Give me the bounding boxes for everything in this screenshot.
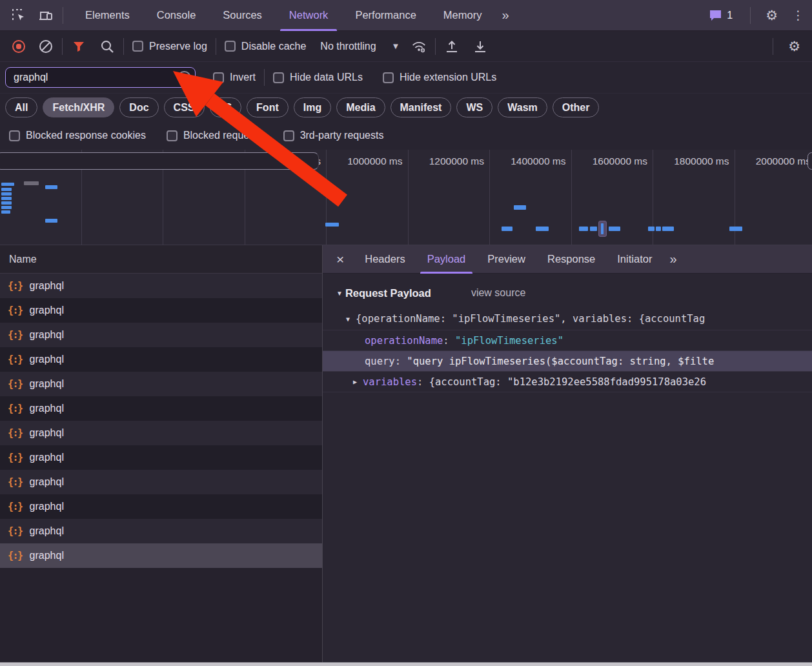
hide-data-urls-checkbox[interactable]: Hide data URLs <box>273 72 363 83</box>
settings-gear-icon[interactable]: ⚙ <box>759 8 784 22</box>
payload-preview-line[interactable]: ▼ {operationName: "ipFlowTimeseries", va… <box>323 308 812 330</box>
disable-cache-label: Disable cache <box>241 41 307 52</box>
detail-tab[interactable]: Headers <box>354 245 416 274</box>
request-row[interactable]: {:} graphql <box>0 519 322 543</box>
record-network-log-icon[interactable] <box>12 40 25 53</box>
fetch-xhr-icon: {:} <box>8 501 23 512</box>
checkbox-box[interactable] <box>213 72 224 83</box>
checkbox-box[interactable] <box>383 72 394 83</box>
request-row[interactable]: {:} graphql <box>0 494 322 519</box>
request-row[interactable]: {:} graphql <box>0 421 322 445</box>
request-row[interactable]: {:} graphql <box>0 347 322 372</box>
search-icon[interactable] <box>99 39 115 54</box>
request-row[interactable]: {:} graphql <box>0 323 322 347</box>
payload-row-variables[interactable]: ▶ variables: {accountTag: "b12e3b2192ee5… <box>323 371 812 392</box>
throttling-dropdown[interactable]: No throttling ▼ <box>320 41 400 52</box>
checkbox-box[interactable] <box>167 130 178 141</box>
panel-tab[interactable]: Sources <box>209 0 276 31</box>
close-panel-icon[interactable]: × <box>323 252 354 266</box>
network-conditions-icon[interactable] <box>411 39 427 54</box>
resource-type-pill[interactable]: All <box>5 97 37 117</box>
issues-count: 1 <box>727 10 733 21</box>
more-detail-tabs-icon[interactable]: » <box>663 252 682 267</box>
resource-type-pill[interactable]: Media <box>336 97 385 117</box>
request-name: graphql <box>30 354 64 365</box>
detail-tab[interactable]: Payload <box>416 245 477 274</box>
more-panels-icon[interactable]: » <box>495 8 514 23</box>
payload-row-operation-name[interactable]: operationName: "ipFlowTimeseries" <box>323 330 812 350</box>
request-row[interactable]: {:} graphql <box>0 274 322 298</box>
resource-type-pill[interactable]: Wasm <box>498 97 547 117</box>
detail-tab[interactable]: Response <box>536 245 606 274</box>
clear-network-log-icon[interactable] <box>38 39 54 54</box>
panel-tab[interactable]: Performance <box>341 0 429 31</box>
devtools-tabbar: ElementsConsoleSourcesNetworkPerformance… <box>0 0 812 31</box>
view-source-link[interactable]: view source <box>471 287 525 299</box>
checkbox-box[interactable] <box>225 41 236 52</box>
request-row[interactable]: {:} graphql <box>0 298 322 323</box>
waterfall-selected-marker <box>598 221 607 237</box>
import-har-icon[interactable] <box>444 39 460 54</box>
detail-tab[interactable]: Preview <box>476 245 536 274</box>
waterfall-bar <box>1 183 14 186</box>
detail-tab[interactable]: Initiator <box>606 245 663 274</box>
panel-tab[interactable]: Network <box>276 0 342 31</box>
panel-tab[interactable]: Console <box>143 0 210 31</box>
request-row[interactable]: {:} graphql <box>0 396 322 421</box>
resource-type-pill[interactable]: CSS <box>164 97 205 117</box>
resource-type-pill[interactable]: Doc <box>119 97 158 117</box>
window-bottom-edge <box>0 662 812 666</box>
overview-right-handle[interactable] <box>807 152 812 170</box>
filter-input[interactable] <box>5 67 196 88</box>
resource-type-pill[interactable]: WS <box>456 97 492 117</box>
checkbox-box[interactable] <box>9 130 20 141</box>
resource-type-pill[interactable]: Font <box>247 97 289 117</box>
waterfall-bar <box>1 192 12 196</box>
fetch-xhr-icon: {:} <box>8 329 23 341</box>
filter-funnel-icon[interactable] <box>71 39 86 54</box>
filter-checkbox[interactable]: Blocked response cookies <box>9 130 146 141</box>
expand-triangle-icon[interactable]: ▶ <box>353 378 357 385</box>
request-detail-panel: × HeadersPayloadPreviewResponseInitiator… <box>323 245 812 662</box>
export-har-icon[interactable] <box>472 39 488 54</box>
clear-filter-icon[interactable]: × <box>178 71 191 85</box>
waterfall-bar <box>502 227 513 231</box>
filter-checkbox[interactable]: 3rd-party requests <box>283 130 384 141</box>
disable-cache-checkbox[interactable]: Disable cache <box>225 41 307 52</box>
request-row[interactable]: {:} graphql <box>0 543 322 568</box>
panel-tab[interactable]: Elements <box>72 0 143 31</box>
request-name: graphql <box>30 550 64 561</box>
device-toolbar-icon[interactable] <box>37 7 54 24</box>
checkbox-box[interactable] <box>273 72 284 83</box>
issues-counter[interactable]: 1 <box>709 9 733 22</box>
network-overview-timeline[interactable]: 200000 ms400000 ms600000 ms800000 ms1000… <box>0 150 812 245</box>
resource-type-pill[interactable]: Fetch/XHR <box>43 97 114 117</box>
overview-left-handle[interactable] <box>0 152 319 170</box>
collapse-triangle-icon[interactable]: ▼ <box>346 316 350 323</box>
resource-type-pill[interactable]: Other <box>553 97 600 117</box>
checkbox-box[interactable] <box>132 41 143 52</box>
inspect-element-icon[interactable] <box>10 7 27 24</box>
checkbox-box[interactable] <box>283 130 294 141</box>
request-row[interactable]: {:} graphql <box>0 445 322 470</box>
name-column-header[interactable]: Name <box>0 245 322 274</box>
collapse-triangle-icon[interactable]: ▼ <box>336 290 343 297</box>
devtools-window: ElementsConsoleSourcesNetworkPerformance… <box>0 0 812 666</box>
request-name: graphql <box>30 501 64 512</box>
network-settings-gear-icon[interactable]: ⚙ <box>782 39 807 53</box>
filter-checkbox[interactable]: Blocked requests <box>167 130 263 141</box>
request-row[interactable]: {:} graphql <box>0 372 322 396</box>
resource-type-pill[interactable]: Img <box>294 97 331 117</box>
detail-tabbar: × HeadersPayloadPreviewResponseInitiator… <box>323 245 812 274</box>
network-filterbar: × Invert Hide data URLs Hide extension U… <box>0 62 812 94</box>
payload-row-query[interactable]: query: "query ipFlowTimeseries($accountT… <box>323 350 812 371</box>
resource-type-pill[interactable]: JS <box>210 97 242 117</box>
preserve-log-checkbox[interactable]: Preserve log <box>132 41 207 52</box>
waterfall-bar <box>579 227 588 231</box>
invert-checkbox[interactable]: Invert <box>213 72 256 83</box>
resource-type-pill[interactable]: Manifest <box>391 97 452 117</box>
more-options-icon[interactable]: ⋮ <box>784 9 812 21</box>
panel-tab[interactable]: Memory <box>430 0 496 31</box>
hide-extension-urls-checkbox[interactable]: Hide extension URLs <box>383 72 496 83</box>
request-row[interactable]: {:} graphql <box>0 470 322 494</box>
